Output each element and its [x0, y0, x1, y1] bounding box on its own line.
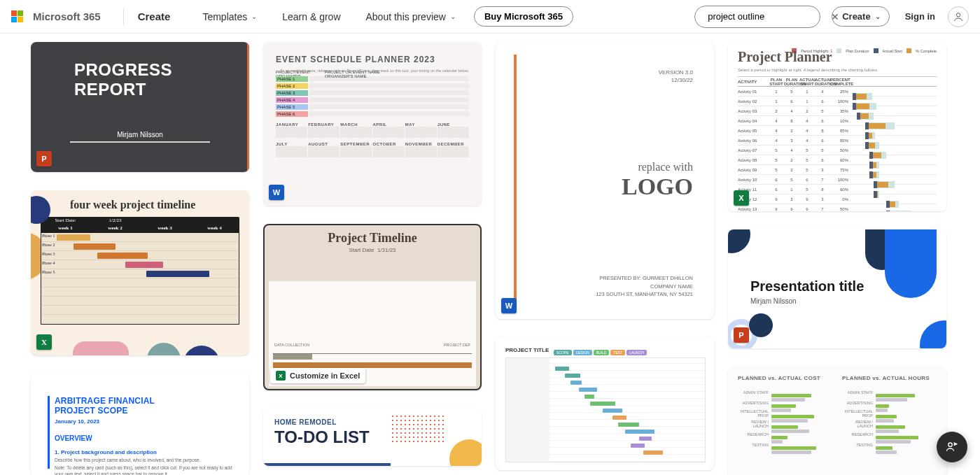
body-text: Note: To delete any card (such as this),… [55, 465, 234, 475]
powerpoint-icon: P [36, 151, 52, 166]
decorative-shape [920, 320, 946, 348]
planner-grid: ACTIVITYPLAN STARTPLAN DURATIONACTUAL ST… [738, 76, 937, 211]
chevron-down-icon: ⌄ [251, 13, 257, 20]
template-card-progress-report[interactable]: PROGRESS REPORT Mirjam Nilsson P [31, 42, 249, 172]
template-title: Presentation title [750, 278, 864, 295]
divider [123, 8, 124, 25]
decorative-shape [73, 341, 129, 355]
nav-label: Templates [202, 11, 247, 22]
template-gallery: PROGRESS REPORT Mirjam Nilsson P four we… [0, 34, 980, 475]
template-card-presentation-title[interactable]: Presentation title Mirjam Nilsson P [728, 229, 946, 348]
microsoft-365-label[interactable]: Microsoft 365 [33, 10, 101, 22]
start-date: Start Date 1/31/23 [265, 247, 480, 253]
section-heading: 1. Project background and description [55, 449, 234, 455]
body-text: Describe how this project came about, wh… [55, 458, 234, 463]
template-title: EVENT SCHEDULE PLANNER 2023 [276, 55, 469, 64]
note-text: To go next/add more, reformat cells as P… [276, 69, 469, 73]
feedback-icon [945, 440, 959, 454]
gallery-column: Project Planner Period Highlight: 1Plan … [728, 42, 946, 475]
template-card-todo-list[interactable]: HOME REMODEL TO-DO LIST [263, 409, 482, 466]
template-title: four week project timeline [70, 199, 239, 211]
gallery-column: VERSION 3.0 12/30/22 replace with LOGO P… [496, 42, 714, 470]
nav-about-preview[interactable]: About this preview ⌄ [356, 11, 465, 22]
excel-icon: X [36, 334, 52, 350]
template-card-logo-cover[interactable]: VERSION 3.0 12/30/22 replace with LOGO P… [496, 42, 714, 319]
template-card-arbitrage-scope[interactable]: ARBITRAGE FINANCIALPROJECT SCOPE January… [31, 374, 249, 475]
template-card-four-week-timeline[interactable]: four week project timeline Start Date:1/… [31, 190, 249, 355]
date-label: January 10, 2023 [55, 418, 234, 425]
template-card-event-schedule[interactable]: EVENT SCHEDULE PLANNER 2023 PROJECT/EVEN… [263, 42, 482, 206]
create-dropdown-button[interactable]: Create ⌄ [832, 6, 889, 27]
accent-stripe [48, 396, 50, 469]
decorative-shape [147, 343, 181, 355]
timeline-grid: Start Date:1/2/23 week 1week 2week 3week… [41, 217, 239, 325]
template-title: PROGRESS REPORT [74, 60, 234, 99]
buy-m365-button[interactable]: Buy Microsoft 365 [474, 6, 573, 27]
excel-icon: X [734, 190, 749, 206]
presenter-block: PRESENTED BY: GURMEET DHILLON COMPANY NA… [596, 274, 693, 298]
powerpoint-icon: P [734, 327, 749, 343]
decorative-shape [885, 229, 937, 298]
decorative-shape [183, 346, 220, 355]
template-card-project-timeline[interactable]: Project Timeline Start Date 1/31/23 DATA… [263, 224, 482, 390]
accent-bar [247, 42, 249, 172]
template-card-planned-vs-actual[interactable]: PLANNED vs. ACTUAL COST ADMIN STAFFADVER… [728, 367, 946, 475]
chevron-down-icon: ⌄ [450, 13, 456, 20]
feedback-fab[interactable] [937, 432, 967, 462]
template-card-gantt[interactable]: PROJECT TITLE SCOPEDESIGNBUILDTESTLAUNCH [496, 337, 714, 470]
top-nav: Microsoft 365 Create Templates ⌄ Learn &… [0, 0, 980, 34]
chart-title: PLANNED vs. ACTUAL HOURS [842, 375, 937, 381]
chart-title: PLANNED vs. ACTUAL COST [738, 375, 832, 381]
decorative-dots [391, 414, 444, 445]
customize-in-excel-button[interactable]: X Customize in Excel [270, 368, 365, 383]
nav-label: About this preview [366, 11, 446, 22]
template-title: Project Timeline [265, 231, 480, 246]
sign-in-link[interactable]: Sign in [905, 11, 935, 22]
author-name: Mirjam Nilsson [750, 297, 864, 305]
microsoft-logo-icon [11, 10, 23, 22]
word-icon: W [501, 298, 517, 313]
gantt-grid: SCOPEDESIGNBUILDTESTLAUNCH [505, 357, 706, 462]
search-box[interactable]: ✕ [694, 6, 820, 28]
svg-point-3 [948, 443, 952, 446]
nav-label: Learn & grow [282, 11, 340, 22]
excel-icon: X [276, 371, 286, 381]
button-label: Customize in Excel [290, 371, 360, 380]
decorative-shape [749, 313, 773, 337]
overview-heading: OVERVIEW [55, 434, 234, 442]
author-name: Mirjam Nilsson [46, 131, 234, 139]
divider [70, 141, 210, 143]
subtitle: Select a period to highlight at right. A… [738, 68, 937, 72]
template-title: ARBITRAGE FINANCIALPROJECT SCOPE [55, 396, 234, 416]
create-button-label: Create [842, 11, 870, 22]
gallery-column: EVENT SCHEDULE PLANNER 2023 PROJECT/EVEN… [263, 42, 482, 466]
template-card-project-planner[interactable]: Project Planner Period Highlight: 1Plan … [728, 42, 946, 211]
word-icon: W [269, 185, 284, 200]
gallery-column: PROGRESS REPORT Mirjam Nilsson P four we… [31, 42, 249, 475]
svg-point-2 [956, 13, 960, 16]
decorative-bar [263, 463, 391, 466]
nav-learn-grow[interactable]: Learn & grow [272, 11, 350, 22]
decorative-shape [728, 229, 750, 253]
create-home-link[interactable]: Create [138, 10, 171, 22]
chevron-down-icon: ⌄ [875, 13, 881, 20]
nav-templates[interactable]: Templates ⌄ [192, 11, 267, 22]
version-block: VERSION 3.0 12/30/22 [659, 69, 693, 84]
logo-placeholder: replace with LOGO [622, 161, 693, 200]
profile-avatar[interactable] [948, 6, 969, 27]
search-input[interactable] [708, 11, 825, 22]
accent-stripe [514, 55, 517, 306]
